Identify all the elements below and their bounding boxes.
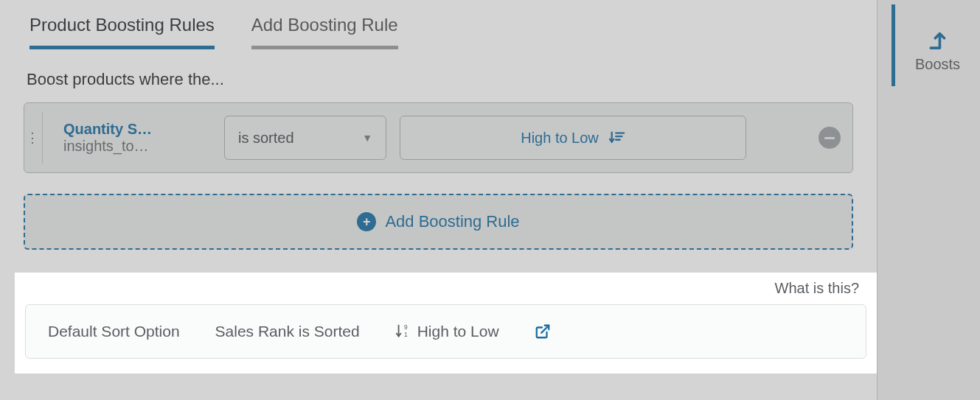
svg-text:1: 1	[404, 331, 408, 338]
external-link-button[interactable]	[535, 323, 551, 340]
default-sort-direction: High to Low	[417, 323, 499, 340]
operator-select[interactable]: is sorted ▼	[224, 116, 386, 160]
default-sort-box: Default Sort Option Sales Rank is Sorted…	[25, 304, 866, 359]
operator-value: is sorted	[238, 130, 294, 147]
svg-line-2	[541, 326, 549, 333]
default-sort-info: What is this? Default Sort Option Sales …	[15, 273, 877, 373]
default-sort-field: Sales Rank is Sorted	[215, 323, 360, 340]
section-label: Boost products where the...	[0, 49, 877, 102]
rule-field[interactable]: Quantity S… insights_to…	[56, 121, 211, 155]
tabs-bar: Product Boosting Rules Add Boosting Rule	[0, 0, 877, 49]
tab-product-boosting-rules[interactable]: Product Boosting Rules	[29, 15, 215, 49]
plus-circle-icon: +	[357, 212, 376, 231]
sort-direction-value: High to Low	[521, 130, 599, 147]
minus-icon	[824, 137, 835, 139]
add-boosting-rule-button[interactable]: + Add Boosting Rule	[24, 194, 853, 250]
chevron-down-icon: ▼	[362, 132, 372, 144]
sort-numeric-desc-icon: 9 1	[395, 323, 411, 340]
boosts-side-tab[interactable]: Boosts	[892, 4, 980, 86]
tab-add-boosting-rule[interactable]: Add Boosting Rule	[251, 15, 398, 49]
add-rule-label: Add Boosting Rule	[385, 212, 519, 231]
default-sort-label: Default Sort Option	[48, 323, 180, 340]
boosting-rule-row: ⋮ Quantity S… insights_to… is sorted ▼ H…	[24, 102, 853, 173]
sort-direction-select[interactable]: High to Low	[400, 116, 746, 160]
svg-text:9: 9	[404, 324, 408, 331]
boosts-label: Boosts	[915, 56, 960, 73]
rule-field-name: Quantity S…	[63, 121, 211, 138]
remove-rule-button[interactable]	[819, 127, 841, 149]
drag-handle-icon[interactable]: ⋮	[24, 112, 43, 164]
arrow-up-icon	[927, 27, 949, 52]
sort-descending-icon	[609, 130, 625, 146]
what-is-this-link[interactable]: What is this?	[25, 280, 866, 304]
rule-field-path: insights_to…	[63, 138, 211, 155]
